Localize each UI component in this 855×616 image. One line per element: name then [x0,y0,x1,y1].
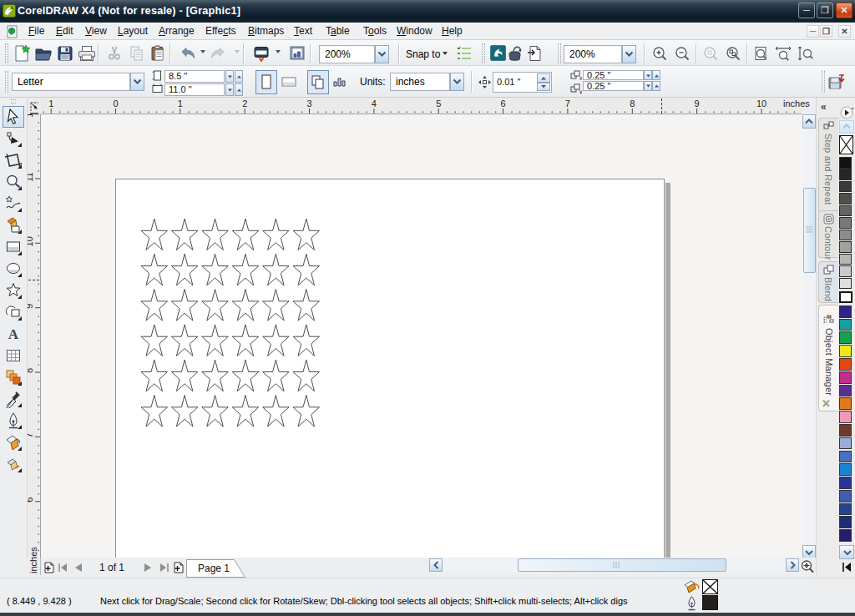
svg-text:8: 8 [28,368,34,373]
svg-text:10: 10 [28,236,34,246]
svg-text:11: 11 [28,172,34,181]
svg-text:A: A [8,326,19,342]
svg-text:10: 10 [756,98,766,109]
svg-text:0: 0 [113,98,118,109]
svg-text:7: 7 [565,98,570,109]
svg-text:6: 6 [501,98,506,109]
svg-text:x: x [579,75,582,81]
svg-text:3: 3 [306,98,311,109]
svg-text:12: 12 [28,114,34,118]
svg-text:8: 8 [630,98,635,109]
svg-text:y: y [579,88,582,94]
svg-text:1: 1 [48,98,53,109]
svg-text:2: 2 [242,98,247,109]
svg-text:9: 9 [28,304,34,309]
svg-text:5: 5 [436,98,441,109]
svg-text:1: 1 [178,98,183,109]
svg-text:7: 7 [28,432,34,437]
svg-text:4: 4 [372,98,377,109]
svg-text:6: 6 [28,497,34,502]
svg-text:9: 9 [695,98,700,109]
svg-text:inches: inches [28,547,38,573]
